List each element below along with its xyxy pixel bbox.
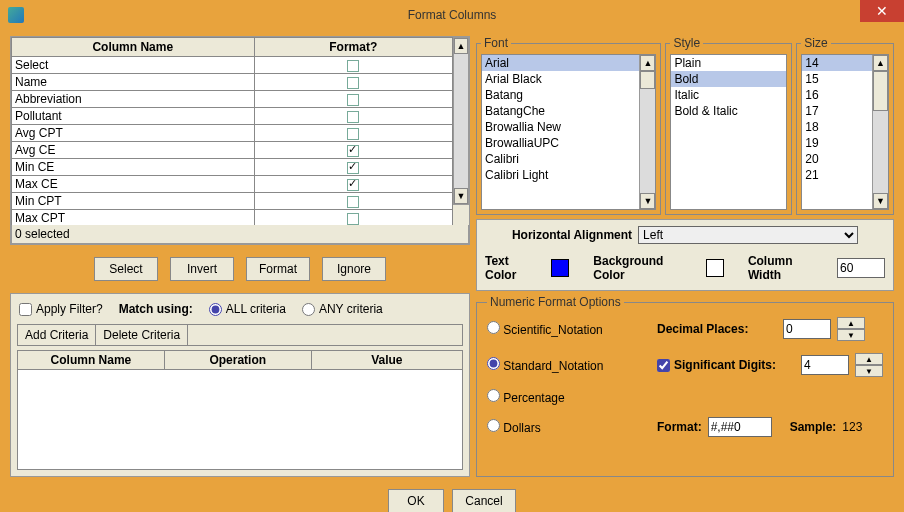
- apply-filter-checkbox[interactable]: Apply Filter?: [19, 302, 103, 316]
- table-row[interactable]: Min CE: [12, 159, 453, 176]
- sigdig-input[interactable]: [801, 355, 849, 375]
- criteria-header-name[interactable]: Column Name: [18, 351, 165, 370]
- column-name-cell[interactable]: Abbreviation: [12, 91, 255, 108]
- dollars-radio[interactable]: Dollars: [487, 419, 541, 435]
- close-button[interactable]: ✕: [860, 0, 904, 22]
- format-checkbox-cell[interactable]: [254, 159, 452, 176]
- decimal-spinner[interactable]: ▲▼: [837, 317, 865, 341]
- table-row[interactable]: Max CE: [12, 176, 453, 193]
- table-row[interactable]: Max CPT: [12, 210, 453, 226]
- list-item[interactable]: Arial Black: [482, 71, 655, 87]
- checkbox-icon[interactable]: [347, 128, 359, 140]
- column-name-cell[interactable]: Max CPT: [12, 210, 255, 226]
- list-item[interactable]: Calibri: [482, 151, 655, 167]
- columns-grid[interactable]: Column Name Format? SelectNameAbbreviati…: [11, 37, 469, 225]
- font-listbox[interactable]: ArialArial BlackBatangBatangCheBrowallia…: [481, 54, 656, 210]
- column-name-cell[interactable]: Pollutant: [12, 108, 255, 125]
- delete-criteria-button[interactable]: Delete Criteria: [96, 325, 188, 345]
- checkbox-icon[interactable]: [347, 196, 359, 208]
- column-name-cell[interactable]: Min CE: [12, 159, 255, 176]
- criteria-header-op[interactable]: Operation: [164, 351, 311, 370]
- criteria-table[interactable]: Column Name Operation Value: [17, 350, 463, 370]
- select-button[interactable]: Select: [94, 257, 158, 281]
- scrollbar-thumb[interactable]: [640, 71, 655, 89]
- format-checkbox-cell[interactable]: [254, 125, 452, 142]
- list-item[interactable]: Bold & Italic: [671, 103, 786, 119]
- percentage-radio[interactable]: Percentage: [487, 389, 565, 405]
- scroll-down-icon[interactable]: ▼: [454, 188, 468, 204]
- format-input[interactable]: [708, 417, 772, 437]
- column-name-cell[interactable]: Avg CE: [12, 142, 255, 159]
- list-item[interactable]: Browallia New: [482, 119, 655, 135]
- checkbox-icon[interactable]: [347, 162, 359, 174]
- table-row[interactable]: Abbreviation: [12, 91, 453, 108]
- standard-radio[interactable]: Standard_Notation: [487, 357, 603, 373]
- text-color-swatch[interactable]: [551, 259, 569, 277]
- bg-color-swatch[interactable]: [706, 259, 724, 277]
- format-checkbox-cell[interactable]: [254, 210, 452, 226]
- all-criteria-radio[interactable]: ALL criteria: [209, 302, 286, 316]
- cancel-button[interactable]: Cancel: [452, 489, 516, 512]
- table-row[interactable]: Min CPT: [12, 193, 453, 210]
- scroll-down-icon[interactable]: ▼: [873, 193, 888, 209]
- add-criteria-button[interactable]: Add Criteria: [18, 325, 96, 345]
- format-checkbox-cell[interactable]: [254, 74, 452, 91]
- size-listbox[interactable]: 1415161718192021 ▲ ▼: [801, 54, 889, 210]
- list-item[interactable]: Batang: [482, 87, 655, 103]
- checkbox-icon[interactable]: [347, 111, 359, 123]
- column-name-cell[interactable]: Avg CPT: [12, 125, 255, 142]
- column-name-cell[interactable]: Max CE: [12, 176, 255, 193]
- checkbox-icon[interactable]: [347, 213, 359, 225]
- list-item[interactable]: Plain: [671, 55, 786, 71]
- ok-button[interactable]: OK: [388, 489, 444, 512]
- checkbox-icon[interactable]: [347, 94, 359, 106]
- format-checkbox-cell[interactable]: [254, 176, 452, 193]
- column-name-cell[interactable]: Name: [12, 74, 255, 91]
- checkbox-icon[interactable]: [347, 145, 359, 157]
- any-criteria-radio[interactable]: ANY criteria: [302, 302, 383, 316]
- table-row[interactable]: Pollutant: [12, 108, 453, 125]
- scroll-down-icon[interactable]: ▼: [640, 193, 655, 209]
- list-item[interactable]: BatangChe: [482, 103, 655, 119]
- decimal-places-input[interactable]: [783, 319, 831, 339]
- selection-status: 0 selected: [11, 225, 469, 244]
- invert-button[interactable]: Invert: [170, 257, 234, 281]
- list-item[interactable]: Arial: [482, 55, 655, 71]
- format-checkbox-cell[interactable]: [254, 142, 452, 159]
- checkbox-icon[interactable]: [347, 77, 359, 89]
- column-width-input[interactable]: [837, 258, 885, 278]
- sigdig-checkbox[interactable]: Significant Digits:: [657, 358, 795, 372]
- col-header-name[interactable]: Column Name: [12, 38, 255, 57]
- list-item[interactable]: BrowalliaUPC: [482, 135, 655, 151]
- col-header-format[interactable]: Format?: [254, 38, 452, 57]
- format-checkbox-cell[interactable]: [254, 57, 452, 74]
- alignment-select[interactable]: Left: [638, 226, 858, 244]
- scientific-radio[interactable]: Scientific_Notation: [487, 321, 603, 337]
- table-row[interactable]: Avg CPT: [12, 125, 453, 142]
- format-button[interactable]: Format: [246, 257, 310, 281]
- scroll-up-icon[interactable]: ▲: [640, 55, 655, 71]
- scrollbar-thumb[interactable]: [873, 71, 888, 111]
- size-scrollbar[interactable]: ▲ ▼: [872, 55, 888, 209]
- criteria-header-value[interactable]: Value: [311, 351, 462, 370]
- checkbox-icon[interactable]: [347, 60, 359, 72]
- table-row[interactable]: Avg CE: [12, 142, 453, 159]
- ignore-button[interactable]: Ignore: [322, 257, 386, 281]
- format-checkbox-cell[interactable]: [254, 91, 452, 108]
- list-item[interactable]: Italic: [671, 87, 786, 103]
- table-row[interactable]: Name: [12, 74, 453, 91]
- checkbox-icon[interactable]: [347, 179, 359, 191]
- scroll-up-icon[interactable]: ▲: [873, 55, 888, 71]
- scroll-up-icon[interactable]: ▲: [454, 38, 468, 54]
- grid-scrollbar[interactable]: ▲ ▼: [453, 37, 469, 205]
- list-item[interactable]: Bold: [671, 71, 786, 87]
- format-checkbox-cell[interactable]: [254, 108, 452, 125]
- format-checkbox-cell[interactable]: [254, 193, 452, 210]
- sigdig-spinner[interactable]: ▲▼: [855, 353, 883, 377]
- table-row[interactable]: Select: [12, 57, 453, 74]
- list-item[interactable]: Calibri Light: [482, 167, 655, 183]
- column-name-cell[interactable]: Min CPT: [12, 193, 255, 210]
- font-scrollbar[interactable]: ▲ ▼: [639, 55, 655, 209]
- column-name-cell[interactable]: Select: [12, 57, 255, 74]
- style-listbox[interactable]: PlainBoldItalicBold & Italic: [670, 54, 787, 210]
